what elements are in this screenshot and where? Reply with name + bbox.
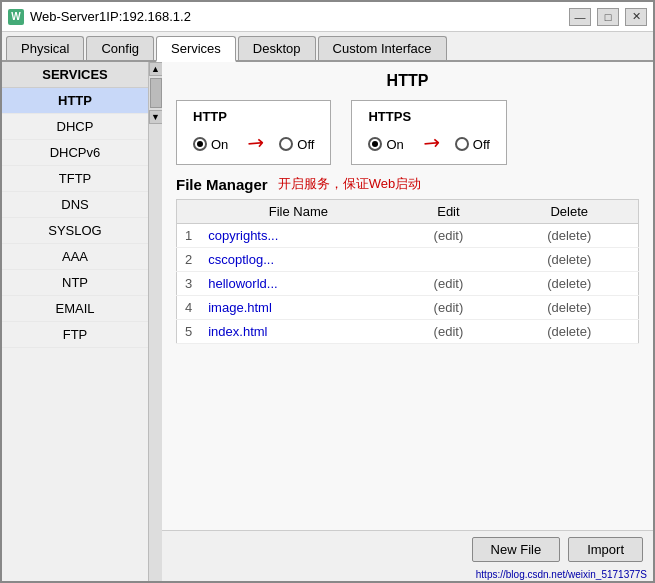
row2-name[interactable]: cscoptlog... <box>200 248 396 272</box>
maximize-button[interactable]: □ <box>597 8 619 26</box>
row5-delete[interactable]: (delete) <box>500 320 638 344</box>
scroll-up-arrow[interactable]: ▲ <box>149 62 163 76</box>
tab-physical[interactable]: Physical <box>6 36 84 60</box>
row4-num: 4 <box>177 296 201 320</box>
tab-services[interactable]: Services <box>156 36 236 62</box>
main-content: SERVICES HTTP DHCP DHCPv6 TFTP DNS SYSLO… <box>2 62 653 581</box>
row3-edit[interactable]: (edit) <box>396 272 500 296</box>
http-label: HTTP <box>193 109 314 124</box>
sidebar-item-dhcp[interactable]: DHCP <box>2 114 148 140</box>
watermark: https://blog.csdn.net/weixin_5171377S <box>162 568 653 581</box>
sidebar-item-aaa[interactable]: AAA <box>2 244 148 270</box>
sidebar-item-ntp[interactable]: NTP <box>2 270 148 296</box>
row5-num: 5 <box>177 320 201 344</box>
tab-desktop[interactable]: Desktop <box>238 36 316 60</box>
sidebar-item-http[interactable]: HTTP <box>2 88 148 114</box>
row4-name[interactable]: image.html <box>200 296 396 320</box>
row3-num: 3 <box>177 272 201 296</box>
http-on-radio[interactable] <box>193 137 207 151</box>
content-right: HTTP HTTP On ↙ <box>162 62 653 581</box>
http-radio-group: On ↙ Off <box>193 132 314 156</box>
table-row: 3 helloworld... (edit) (delete) <box>177 272 639 296</box>
sidebar-item-tftp[interactable]: TFTP <box>2 166 148 192</box>
file-table: File Name Edit Delete 1 copyrights... (e… <box>176 199 639 344</box>
row2-edit[interactable] <box>396 248 500 272</box>
http-on-label: On <box>211 137 228 152</box>
scroll-down-arrow[interactable]: ▼ <box>149 110 163 124</box>
row2-num: 2 <box>177 248 201 272</box>
https-box: HTTPS On ↙ Off <box>351 100 506 165</box>
tab-custom-interface[interactable]: Custom Interface <box>318 36 447 60</box>
app-icon: W <box>8 9 24 25</box>
import-button[interactable]: Import <box>568 537 643 562</box>
sidebar-header: SERVICES <box>2 62 148 88</box>
http-box: HTTP On ↙ Off <box>176 100 331 165</box>
file-manager-note: 开启服务，保证Web启动 <box>278 175 422 193</box>
table-row: 2 cscoptlog... (delete) <box>177 248 639 272</box>
http-off-option[interactable]: Off <box>279 137 314 152</box>
https-on-option[interactable]: On <box>368 137 403 152</box>
tab-bar: Physical Config Services Desktop Custom … <box>2 32 653 62</box>
section-title: HTTP <box>176 72 639 90</box>
https-arrow-icon: ↙ <box>416 129 444 158</box>
http-arrow-icon: ↙ <box>241 129 269 158</box>
window-title: Web-Server1IP:192.168.1.2 <box>30 9 569 24</box>
row5-edit[interactable]: (edit) <box>396 320 500 344</box>
sidebar: SERVICES HTTP DHCP DHCPv6 TFTP DNS SYSLO… <box>2 62 148 581</box>
row1-num: 1 <box>177 224 201 248</box>
sidebar-scrollbar[interactable]: ▲ ▼ <box>148 62 162 581</box>
close-button[interactable]: ✕ <box>625 8 647 26</box>
http-off-label: Off <box>297 137 314 152</box>
https-radio-group: On ↙ Off <box>368 132 489 156</box>
https-on-radio[interactable] <box>368 137 382 151</box>
row3-delete[interactable]: (delete) <box>500 272 638 296</box>
scroll-thumb[interactable] <box>150 78 162 108</box>
tab-config[interactable]: Config <box>86 36 154 60</box>
main-window: W Web-Server1IP:192.168.1.2 — □ ✕ Physic… <box>0 0 655 583</box>
https-on-label: On <box>386 137 403 152</box>
sidebar-wrapper: SERVICES HTTP DHCP DHCPv6 TFTP DNS SYSLO… <box>2 62 162 581</box>
table-row: 5 index.html (edit) (delete) <box>177 320 639 344</box>
row4-delete[interactable]: (delete) <box>500 296 638 320</box>
file-manager-title: File Manager <box>176 176 268 193</box>
https-label: HTTPS <box>368 109 489 124</box>
row5-name[interactable]: index.html <box>200 320 396 344</box>
content-area: HTTP HTTP On ↙ <box>162 62 653 530</box>
sidebar-item-dhcpv6[interactable]: DHCPv6 <box>2 140 148 166</box>
row1-edit[interactable]: (edit) <box>396 224 500 248</box>
minimize-button[interactable]: — <box>569 8 591 26</box>
sidebar-item-dns[interactable]: DNS <box>2 192 148 218</box>
col-num <box>177 200 201 224</box>
https-off-label: Off <box>473 137 490 152</box>
file-manager-header: File Manager 开启服务，保证Web启动 <box>176 175 639 193</box>
https-off-option[interactable]: Off <box>455 137 490 152</box>
row3-name[interactable]: helloworld... <box>200 272 396 296</box>
row4-edit[interactable]: (edit) <box>396 296 500 320</box>
col-delete: Delete <box>500 200 638 224</box>
row2-delete[interactable]: (delete) <box>500 248 638 272</box>
https-off-radio[interactable] <box>455 137 469 151</box>
col-edit: Edit <box>396 200 500 224</box>
protocol-section: HTTP On ↙ Off <box>176 100 639 165</box>
sidebar-item-syslog[interactable]: SYSLOG <box>2 218 148 244</box>
title-bar: W Web-Server1IP:192.168.1.2 — □ ✕ <box>2 2 653 32</box>
window-controls: — □ ✕ <box>569 8 647 26</box>
row1-delete[interactable]: (delete) <box>500 224 638 248</box>
http-on-option[interactable]: On <box>193 137 228 152</box>
http-off-radio[interactable] <box>279 137 293 151</box>
table-row: 4 image.html (edit) (delete) <box>177 296 639 320</box>
bottom-bar: New File Import <box>162 530 653 568</box>
col-filename: File Name <box>200 200 396 224</box>
table-row: 1 copyrights... (edit) (delete) <box>177 224 639 248</box>
sidebar-item-ftp[interactable]: FTP <box>2 322 148 348</box>
new-file-button[interactable]: New File <box>472 537 561 562</box>
row1-name[interactable]: copyrights... <box>200 224 396 248</box>
sidebar-item-email[interactable]: EMAIL <box>2 296 148 322</box>
